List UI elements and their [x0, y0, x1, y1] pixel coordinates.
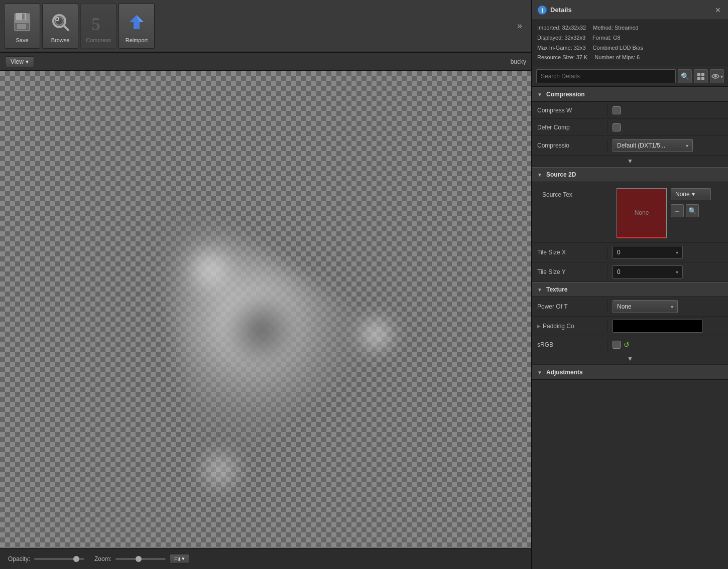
texture-section-header[interactable]: ▼ Texture [532, 282, 728, 297]
padding-color-swatch[interactable] [613, 320, 703, 333]
compression-dropdown-label: Default (DXT1/5... [617, 142, 665, 149]
power-of-t-dropdown-label: None [617, 303, 632, 310]
tile-size-y-row: Tile Size Y 0 ▾ [532, 262, 728, 282]
power-of-t-value: None ▾ [608, 297, 728, 316]
compression-arrow: ▼ [537, 92, 543, 97]
fit-label: Fit [174, 556, 180, 562]
adjustments-title: Adjustments [546, 369, 583, 376]
compress-button[interactable]: 5 Compress [80, 4, 116, 49]
fit-arrow: ▾ [182, 555, 185, 562]
view-arrow: ▾ [26, 58, 29, 65]
info-method: Method: Streamed [593, 23, 639, 33]
info-format: Format: G8 [592, 33, 621, 43]
tex-search-button[interactable]: 🔍 [686, 204, 699, 217]
close-button[interactable]: ✕ [713, 5, 723, 15]
compress-w-row: Compress W [532, 102, 728, 119]
texture-canvas [0, 71, 531, 548]
padding-color-row: ▶ Padding Co [532, 317, 728, 336]
view-bar: View ▾ bucky [0, 53, 531, 71]
svg-rect-15 [701, 77, 704, 80]
compression-dropdown-arrow: ▾ [686, 143, 688, 149]
source2d-title: Source 2D [546, 171, 576, 178]
zoom-label: Zoom: [94, 555, 111, 562]
svg-rect-14 [697, 77, 700, 80]
compression-dropdown[interactable]: Default (DXT1/5... ▾ [613, 139, 693, 152]
search-bar: 🔍 ▾ [532, 66, 728, 87]
svg-rect-12 [697, 73, 700, 76]
opacity-slider[interactable] [34, 558, 84, 560]
zoom-slider[interactable] [115, 558, 166, 560]
tex-btns: ← 🔍 [671, 204, 711, 217]
reimport-label: Reimport [126, 37, 148, 43]
compression-settings-label: Compressio [532, 139, 608, 152]
source-tex-row: Source Tex None None ▾ [532, 182, 728, 243]
adjustments-section-header[interactable]: ▼ Adjustments [532, 365, 728, 380]
tile-size-y-field[interactable]: 0 ▾ [613, 265, 683, 278]
save-label: Save [16, 37, 28, 43]
compress-label: Compress [86, 37, 111, 43]
srgb-value: ↺ [608, 338, 728, 352]
compression-expand[interactable]: ▼ [532, 156, 728, 167]
padding-color-text: Padding Co [543, 323, 574, 330]
compression-title: Compression [546, 91, 585, 98]
power-of-t-row: Power Of T None ▾ [532, 297, 728, 317]
info-icon: i [537, 5, 547, 15]
tile-size-x-field[interactable]: 0 ▾ [613, 246, 683, 259]
zoom-control: Zoom: Fit ▾ [94, 554, 189, 563]
tile-size-x-row: Tile Size X 0 ▾ [532, 243, 728, 262]
adjustments-arrow: ▼ [537, 370, 543, 375]
details-content[interactable]: ▼ Compression Compress W Defer Comp Comp… [532, 87, 728, 569]
power-of-t-dropdown[interactable]: None ▾ [613, 300, 678, 313]
reimport-button[interactable]: Reimport [118, 4, 155, 49]
tile-size-y-label: Tile Size Y [532, 265, 608, 278]
eye-button[interactable]: ▾ [710, 69, 724, 83]
search-button[interactable]: 🔍 [678, 69, 692, 83]
compress-w-value [608, 103, 728, 117]
expand-button[interactable]: » [512, 19, 527, 34]
defer-comp-value [608, 120, 728, 134]
srgb-label: sRGB [532, 338, 608, 351]
toolbar: Save Browse 5 [0, 0, 531, 53]
browse-button[interactable]: Browse [42, 4, 78, 49]
bottom-bar: Opacity: Zoom: Fit ▾ [0, 548, 531, 569]
texture-viewport [0, 71, 531, 548]
source2d-arrow: ▼ [537, 172, 543, 178]
save-button[interactable]: Save [4, 4, 40, 49]
power-of-t-label: Power Of T [532, 300, 608, 313]
svg-rect-2 [22, 14, 25, 20]
srgb-checkbox[interactable] [613, 341, 621, 349]
padding-color-label: ▶ Padding Co [532, 320, 608, 333]
srgb-reset-button[interactable]: ↺ [624, 341, 630, 349]
view-toggle-button[interactable] [694, 69, 708, 83]
search-input[interactable] [536, 69, 676, 83]
reimport-icon [125, 9, 149, 35]
texture-arrow: ▼ [537, 287, 543, 293]
texture-name: bucky [511, 58, 526, 65]
view-dropdown[interactable]: View ▾ [5, 56, 34, 67]
tile-size-x-label: Tile Size X [532, 246, 608, 259]
details-title: Details [550, 6, 710, 14]
opacity-label: Opacity: [8, 555, 30, 562]
view-label: View [11, 58, 24, 65]
texture-expand[interactable]: ▼ [532, 353, 728, 365]
defer-comp-checkbox[interactable] [613, 123, 621, 131]
source2d-section-header[interactable]: ▼ Source 2D [532, 167, 728, 182]
svg-point-16 [714, 75, 716, 78]
tex-none-dropdown[interactable]: None ▾ [671, 188, 711, 200]
tex-controls: None ▾ ← 🔍 [671, 188, 711, 217]
source-tex-none-label: None [635, 209, 649, 216]
texture-title: Texture [546, 286, 567, 293]
opacity-control: Opacity: [8, 555, 84, 562]
srgb-row: sRGB ↺ [532, 336, 728, 353]
fit-button[interactable]: Fit ▾ [170, 554, 189, 563]
compression-section-header[interactable]: ▼ Compression [532, 87, 728, 102]
power-of-t-arrow: ▾ [671, 304, 673, 310]
info-maxingame: Max In-Game: 32x3 [537, 43, 586, 53]
defer-comp-label: Defer Comp [532, 121, 608, 134]
svg-rect-4 [17, 24, 26, 29]
tex-arrow-button[interactable]: ← [671, 204, 684, 217]
svg-text:5: 5 [91, 14, 100, 33]
details-panel: i Details ✕ Imported: 32x32x32 Method: S… [532, 0, 728, 569]
compress-w-checkbox[interactable] [613, 106, 621, 114]
padding-color-value [608, 317, 728, 336]
